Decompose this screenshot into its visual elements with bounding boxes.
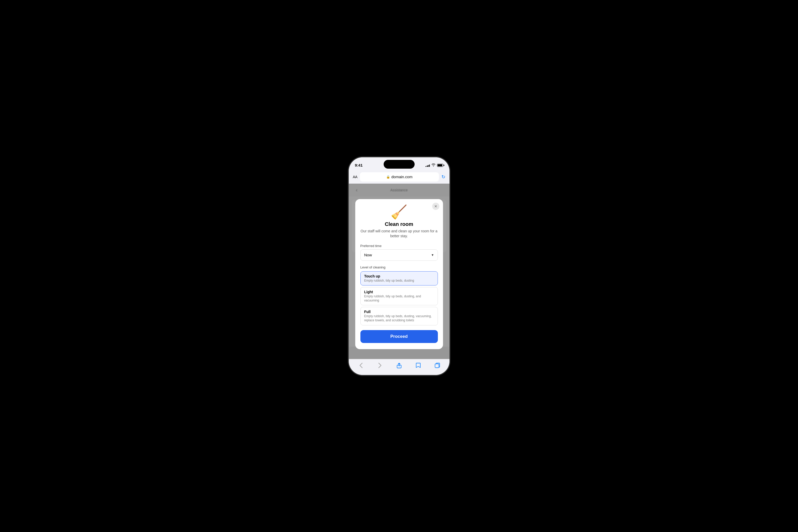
bookmarks-button[interactable]	[414, 361, 423, 370]
web-content: ‹ Assistance Quick	[349, 184, 450, 359]
lock-icon: 🔒	[386, 175, 390, 179]
modal-description: Our staff will come and clean up your ro…	[360, 229, 438, 239]
touch-up-desc: Empty rubbish, tidy up beds, dusting	[364, 279, 434, 283]
status-time: 9:41	[355, 163, 363, 167]
status-icons	[425, 163, 443, 167]
phone-frame: 9:41	[349, 157, 450, 375]
modal-title: Clean room	[360, 221, 438, 227]
home-indicator	[349, 372, 450, 375]
clean-room-modal: ✕ 🧹 Clean room Our staff will come and c…	[355, 199, 443, 349]
url-text: domain.com	[392, 175, 413, 179]
battery-fill	[438, 164, 442, 166]
cleaning-options-list: Touch up Empty rubbish, tidy up beds, du…	[360, 271, 438, 325]
touch-up-title: Touch up	[364, 274, 434, 278]
signal-bar-4	[429, 165, 430, 167]
signal-bar-3	[428, 165, 429, 167]
cleaning-option-light[interactable]: Light Empty rubbish, tidy up beds, dusti…	[360, 287, 438, 305]
modal-overlay: ✕ 🧹 Clean room Our staff will come and c…	[349, 184, 450, 359]
back-button[interactable]	[356, 361, 366, 370]
full-title: Full	[364, 310, 434, 314]
signal-bar-2	[427, 166, 428, 167]
dynamic-island	[384, 160, 415, 169]
cleaning-option-full[interactable]: Full Empty rubbish, tidy up beds, dustin…	[360, 307, 438, 325]
wifi-icon	[431, 163, 436, 167]
url-bar[interactable]: 🔒 domain.com	[360, 172, 439, 182]
battery-icon	[437, 164, 443, 167]
signal-bars-icon	[425, 164, 430, 167]
time-select-wrapper: Now Later ▼	[360, 249, 438, 261]
proceed-button[interactable]: Proceed	[360, 330, 438, 343]
modal-icon: 🧹	[360, 205, 438, 219]
browser-bar: AA 🔒 domain.com ↻	[349, 170, 450, 184]
safari-toolbar	[349, 359, 450, 372]
signal-bar-1	[425, 166, 426, 167]
time-select[interactable]: Now Later	[360, 249, 438, 261]
light-title: Light	[364, 290, 434, 294]
phone-screen: 9:41	[349, 157, 450, 375]
refresh-icon[interactable]: ↻	[441, 174, 445, 180]
status-bar: 9:41	[349, 157, 450, 170]
light-desc: Empty rubbish, tidy up beds, dusting, an…	[364, 294, 434, 303]
browser-aa-label[interactable]: AA	[353, 175, 358, 179]
cleaning-option-touch-up[interactable]: Touch up Empty rubbish, tidy up beds, du…	[360, 271, 438, 286]
close-icon-label: ✕	[434, 204, 437, 208]
tabs-button[interactable]	[433, 361, 442, 370]
modal-close-button[interactable]: ✕	[432, 203, 439, 210]
share-button[interactable]	[395, 361, 404, 370]
full-desc: Empty rubbish, tidy up beds, dusting, va…	[364, 315, 434, 322]
forward-button[interactable]	[375, 361, 385, 370]
level-of-cleaning-label: Level of cleaning	[360, 265, 438, 269]
svg-rect-1	[435, 364, 439, 368]
preferred-time-label: Preferred time	[360, 244, 438, 248]
